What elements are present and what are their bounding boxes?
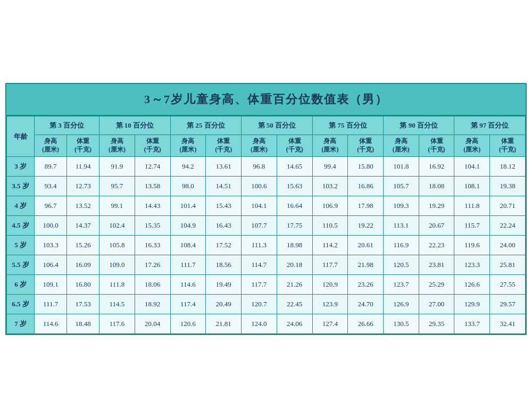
table-title: 3～7岁儿童身高、体重百分位数值表（男） [6, 84, 526, 116]
data-cell: 16.33 [135, 235, 170, 255]
data-cell: 114.5 [99, 294, 135, 314]
data-cell: 126.6 [454, 274, 490, 294]
data-cell: 111.7 [35, 294, 67, 314]
data-cell: 23.81 [419, 255, 454, 274]
table-row: 4.5 岁100.014.37102.415.35104.916.43107.7… [7, 215, 526, 235]
data-cell: 18.12 [490, 156, 526, 176]
main-table-wrapper: 3～7岁儿童身高、体重百分位数值表（男） 年龄 第 3 百分位 第 10 百分位… [5, 83, 527, 335]
data-cell: 96.7 [35, 196, 67, 215]
p3-height-header: 身高(厘米) [35, 135, 67, 156]
data-cell: 22.45 [277, 294, 312, 314]
data-cell: 99.4 [312, 156, 348, 176]
percentile-header-row: 年龄 第 3 百分位 第 10 百分位 第 25 百分位 第 50 百分位 第 … [7, 116, 526, 135]
p10-weight-header: 体重(千克) [135, 135, 170, 156]
data-cell: 115.7 [454, 215, 490, 235]
data-cell: 107.7 [242, 215, 277, 235]
data-cell: 105.8 [99, 235, 135, 255]
data-cell: 94.2 [170, 156, 206, 176]
p75-weight-header: 体重(千克) [348, 135, 384, 156]
data-cell: 100.0 [35, 215, 67, 235]
data-cell: 127.4 [312, 314, 348, 333]
data-cell: 18.06 [135, 274, 170, 294]
data-cell: 111.3 [242, 235, 277, 255]
data-cell: 23.26 [348, 274, 384, 294]
data-cell: 101.4 [170, 196, 206, 215]
data-cell: 12.74 [135, 156, 170, 176]
data-cell: 117.7 [242, 274, 277, 294]
p10-header: 第 10 百分位 [99, 116, 170, 135]
data-cell: 91.9 [99, 156, 135, 176]
data-table: 年龄 第 3 百分位 第 10 百分位 第 25 百分位 第 50 百分位 第 … [6, 116, 526, 333]
data-cell: 106.9 [312, 196, 348, 215]
data-cell: 120.5 [384, 255, 419, 274]
data-cell: 22.24 [490, 215, 526, 235]
table-body: 3 岁89.711.9491.912.7494.213.6196.814.659… [7, 156, 526, 333]
data-cell: 18.56 [206, 255, 242, 274]
table-row: 4 岁96.713.5299.114.43101.415.43104.116.6… [7, 196, 526, 215]
p25-weight-header: 体重(千克) [206, 135, 242, 156]
data-cell: 95.7 [99, 176, 135, 196]
data-cell: 29.35 [419, 314, 454, 333]
data-cell: 21.26 [277, 274, 312, 294]
data-cell: 15.35 [135, 215, 170, 235]
p97-height-header: 身高(厘米) [454, 135, 490, 156]
table-row: 6 岁109.116.80111.818.06114.619.49117.721… [7, 274, 526, 294]
data-cell: 99.1 [99, 196, 135, 215]
age-cell: 3.5 岁 [7, 176, 35, 196]
age-cell: 3 岁 [7, 156, 35, 176]
data-cell: 100.6 [242, 176, 277, 196]
p50-height-header: 身高(厘米) [242, 135, 277, 156]
data-cell: 109.1 [35, 274, 67, 294]
data-cell: 123.7 [384, 274, 419, 294]
data-cell: 24.70 [348, 294, 384, 314]
data-cell: 24.06 [277, 314, 312, 333]
age-cell: 4 岁 [7, 196, 35, 215]
table-row: 5.5 岁106.416.09109.017.26111.718.56114.7… [7, 255, 526, 274]
data-cell: 126.9 [384, 294, 419, 314]
data-cell: 17.98 [348, 196, 384, 215]
p3-weight-header: 体重(千克) [67, 135, 99, 156]
data-cell: 117.6 [99, 314, 135, 333]
data-cell: 29.57 [490, 294, 526, 314]
data-cell: 27.55 [490, 274, 526, 294]
data-cell: 96.8 [242, 156, 277, 176]
data-cell: 120.7 [242, 294, 277, 314]
data-cell: 16.64 [277, 196, 312, 215]
data-cell: 109.0 [99, 255, 135, 274]
p50-header: 第 50 百分位 [242, 116, 312, 135]
p90-header: 第 90 百分位 [384, 116, 454, 135]
data-cell: 25.81 [490, 255, 526, 274]
age-header: 年龄 [7, 116, 35, 156]
data-cell: 19.38 [490, 176, 526, 196]
data-cell: 26.66 [348, 314, 384, 333]
data-cell: 123.9 [312, 294, 348, 314]
data-cell: 11.94 [67, 156, 99, 176]
data-cell: 103.2 [312, 176, 348, 196]
data-cell: 93.4 [35, 176, 67, 196]
data-cell: 15.63 [277, 176, 312, 196]
data-cell: 24.00 [490, 235, 526, 255]
data-cell: 108.1 [454, 176, 490, 196]
data-cell: 114.2 [312, 235, 348, 255]
p90-height-header: 身高(厘米) [384, 135, 419, 156]
data-cell: 13.61 [206, 156, 242, 176]
data-cell: 108.4 [170, 235, 206, 255]
data-cell: 106.4 [35, 255, 67, 274]
p50-weight-header: 体重(千克) [277, 135, 312, 156]
data-cell: 20.49 [206, 294, 242, 314]
data-cell: 113.1 [384, 215, 419, 235]
data-cell: 17.75 [277, 215, 312, 235]
table-row: 7 岁114.618.48117.620.04120.621.81124.024… [7, 314, 526, 333]
data-cell: 32.41 [490, 314, 526, 333]
data-cell: 16.09 [67, 255, 99, 274]
table-row: 5 岁103.315.26105.816.33108.417.52111.318… [7, 235, 526, 255]
data-cell: 17.53 [67, 294, 99, 314]
data-cell: 12.73 [67, 176, 99, 196]
data-cell: 114.7 [242, 255, 277, 274]
data-cell: 129.9 [454, 294, 490, 314]
data-cell: 110.5 [312, 215, 348, 235]
data-cell: 20.61 [348, 235, 384, 255]
data-cell: 18.48 [67, 314, 99, 333]
data-cell: 104.1 [454, 156, 490, 176]
data-cell: 18.08 [419, 176, 454, 196]
